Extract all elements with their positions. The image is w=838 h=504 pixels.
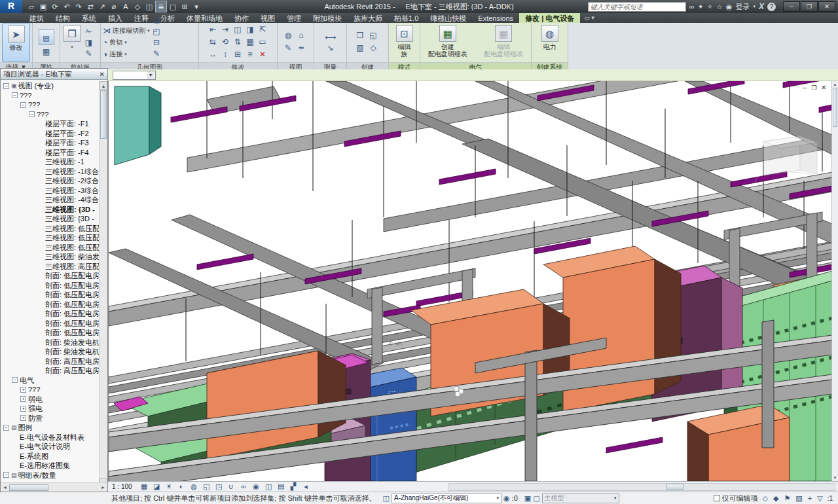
ribbon-tab[interactable]: 修改 | 电气设备	[519, 13, 580, 23]
exclude-options-icon[interactable]: ▢	[533, 494, 539, 503]
filter-icon[interactable]: ▽	[817, 494, 822, 503]
thin-lines-toggle-icon[interactable]: ≂	[296, 43, 307, 54]
text-icon[interactable]: A	[120, 1, 131, 12]
worksets-icon[interactable]: ◫	[383, 494, 390, 503]
scroll-up-icon[interactable]: ▲	[832, 81, 838, 88]
rendering-dialog-icon[interactable]: ◍	[189, 482, 199, 491]
view-close-icon[interactable]: ✕	[821, 84, 826, 91]
tree-item[interactable]: 楼层平面: -F3	[1, 138, 107, 148]
design-option-select[interactable]: 主模型▾	[542, 494, 619, 503]
search-input[interactable]	[588, 2, 686, 12]
tree-item[interactable]: −电气	[1, 376, 107, 386]
show-crop-icon[interactable]: ◳	[214, 482, 224, 491]
tag-icon[interactable]: ⌀	[109, 1, 119, 12]
ribbon-tab[interactable]: 柏慕1.0	[388, 13, 424, 23]
offset-icon[interactable]: ⇥	[220, 24, 231, 35]
editing-requests-icon[interactable]: ◉	[503, 494, 510, 503]
worksharing-display-icon[interactable]: ◫	[264, 482, 274, 491]
apply-coping-icon[interactable]: ✎	[151, 48, 162, 60]
split-face-icon[interactable]: ◰	[151, 26, 162, 37]
reveal-hidden-icon[interactable]: ◉	[251, 482, 261, 491]
browser-vertical-scrollbar[interactable]: ▲ ▼	[99, 81, 107, 482]
linework-icon[interactable]: ✎	[283, 43, 294, 54]
rotate-icon[interactable]: ⟲	[220, 37, 231, 48]
tree-item[interactable]: E-选用标准图集	[1, 461, 107, 471]
ribbon-tab[interactable]: 橄榄山快模	[424, 13, 472, 23]
scroll-up-icon[interactable]: ▲	[100, 81, 107, 90]
tree-item[interactable]: 三维视图: {3D -	[1, 205, 107, 215]
sun-path-icon[interactable]: ☀	[164, 482, 174, 491]
tree-item[interactable]: 三维视图: 低压配	[1, 243, 107, 253]
ribbon-tab[interactable]: 视图	[255, 13, 281, 23]
crop-view-icon[interactable]: ◱	[202, 482, 211, 491]
qat-customize-icon[interactable]: ▾	[191, 1, 202, 12]
thin-lines-icon[interactable]: ≣	[156, 1, 166, 12]
cut-geometry-icon[interactable]: ◔剪切▾	[103, 37, 150, 48]
ribbon-tab[interactable]: 管理	[281, 13, 307, 23]
tree-item[interactable]: E-电气设计说明	[1, 442, 107, 452]
drag-on-selection-icon[interactable]: +	[808, 494, 812, 503]
visual-style-icon[interactable]: ◪	[152, 482, 162, 491]
communication-center-icon[interactable]: ✦	[698, 3, 704, 11]
tree-item[interactable]: −▣视图 (专业)	[1, 81, 107, 91]
trim-icon[interactable]: ⇅	[232, 37, 244, 48]
tree-item[interactable]: 剖面: 低压配电房	[1, 319, 107, 329]
tree-item[interactable]: −▤图例	[1, 423, 107, 433]
browser-horizontal-scrollbar[interactable]: ◄ ►	[1, 482, 107, 492]
paste-button[interactable]: ❐▾	[62, 24, 82, 62]
panel-close-icon[interactable]: ✕	[100, 71, 105, 78]
ribbon-tab[interactable]: 系统	[76, 13, 102, 23]
tree-item[interactable]: +强电	[1, 404, 107, 414]
array-icon[interactable]: ▦	[245, 37, 256, 48]
scale-icon[interactable]: ▭	[257, 37, 268, 48]
tree-item[interactable]: 楼层平面: -F1	[1, 119, 107, 129]
browser-hscroll-thumb[interactable]	[9, 484, 48, 491]
tree-item[interactable]: E-电气设备及材料表	[1, 433, 107, 442]
favorites-icon[interactable]: ☆	[716, 3, 723, 11]
ribbon-tab[interactable]: 体量和场地	[181, 13, 228, 23]
properties-icon[interactable]: ▤	[39, 29, 54, 45]
tree-item[interactable]: 三维视图: -2综合	[1, 176, 107, 186]
create-assembly-icon[interactable]: ◱	[368, 30, 379, 41]
horizontal-scroll-thumb[interactable]	[666, 484, 683, 490]
view-minimize-icon[interactable]: ─	[803, 84, 807, 91]
override-graphics-icon[interactable]: ⌂	[296, 30, 307, 41]
ribbon-display-toggle[interactable]: ▭ ▾	[580, 13, 598, 23]
app-menu-button[interactable]: R	[0, 0, 22, 13]
tree-item[interactable]: 剖面: 低压配电房	[1, 309, 107, 319]
cope-icon[interactable]: ⋊连接端切割▾	[103, 26, 150, 36]
ribbon-tab[interactable]: 结构	[50, 13, 76, 23]
scroll-down-icon[interactable]: ▼	[832, 475, 838, 481]
measure-icon[interactable]: ⇄	[85, 1, 96, 12]
measure-length-icon[interactable]: ⟷	[325, 33, 336, 42]
tree-item[interactable]: 三维视图: -1	[1, 157, 107, 167]
save-icon[interactable]: ▣	[38, 1, 48, 12]
ribbon-tab[interactable]: 附加模块	[307, 13, 348, 23]
browser-scroll-thumb[interactable]	[100, 90, 107, 139]
select-links-icon[interactable]: ◇	[763, 494, 768, 503]
vertical-scroll-thumb[interactable]	[833, 88, 837, 127]
paint-icon[interactable]: ❏	[151, 15, 162, 26]
shadows-icon[interactable]: ◐	[177, 482, 187, 491]
subscription-icon[interactable]: ✧	[707, 3, 713, 11]
exchange-apps-icon[interactable]: X	[759, 2, 764, 11]
create-panel-schedule-button[interactable]: ▦ 创建 配电盘明细表	[422, 24, 473, 62]
editable-only-checkbox[interactable]	[714, 495, 720, 501]
tree-item[interactable]: 三维视图: -1综合	[1, 167, 107, 177]
tree-item[interactable]: 三维视图: -4综合	[1, 195, 107, 205]
dropdown-icon[interactable]: ▾	[753, 4, 756, 9]
show-constraints-icon[interactable]: ▞	[289, 482, 299, 491]
demolish-icon[interactable]: ⊟	[151, 37, 162, 48]
select-pinned-icon[interactable]: ⚑	[784, 494, 790, 503]
unlock-3d-view-icon[interactable]: ∪	[227, 482, 236, 491]
sync-icon[interactable]: ⟳	[50, 1, 60, 12]
cut-icon[interactable]: ✁	[83, 26, 94, 37]
tree-item[interactable]: +防雷	[1, 414, 107, 423]
mirror-axis-icon[interactable]: ◫	[232, 24, 244, 35]
options-combobox[interactable]: ▼	[113, 71, 156, 80]
ribbon-tab[interactable]: 协作	[228, 13, 255, 23]
scroll-right-icon[interactable]: ►	[99, 485, 107, 490]
tree-item[interactable]: +弱电	[1, 395, 107, 405]
close-hidden-windows-icon[interactable]: ▢	[168, 1, 178, 12]
tree-item[interactable]: 楼层平面: -F4	[1, 148, 107, 158]
